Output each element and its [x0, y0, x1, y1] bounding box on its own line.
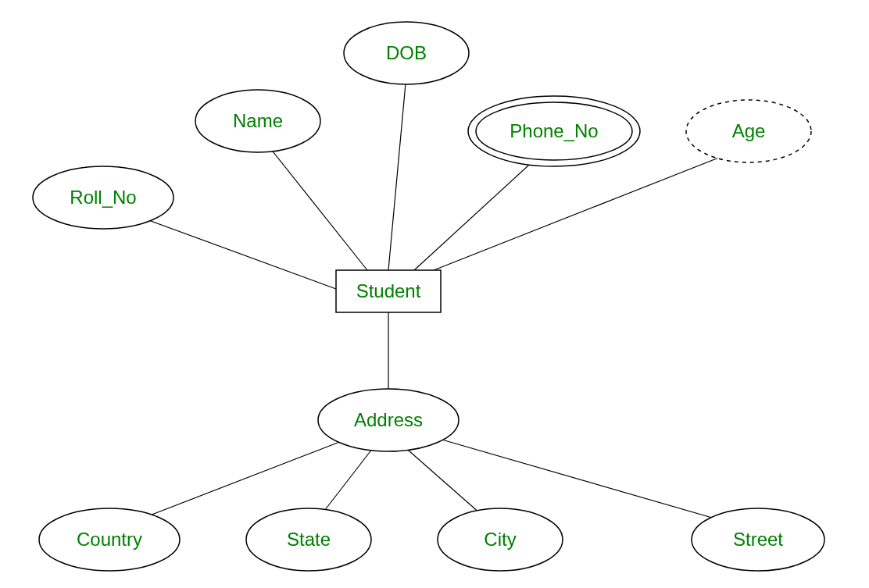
attr-city-label: City: [484, 529, 516, 550]
attr-dob-label: DOB: [386, 42, 427, 63]
attr-address-label: Address: [354, 409, 423, 430]
attr-phone: Phone_No: [468, 96, 640, 166]
attr-state: State: [246, 508, 371, 571]
edge-student-dob: [388, 75, 406, 270]
attr-country: Country: [39, 508, 180, 571]
edge-student-name: [258, 133, 367, 270]
attr-phone-label: Phone_No: [510, 120, 598, 141]
attr-dob: DOB: [344, 22, 469, 84]
attr-country-label: Country: [77, 529, 142, 550]
attr-city: City: [438, 508, 563, 571]
attr-street-label: Street: [733, 529, 783, 550]
attr-name-label: Name: [233, 110, 283, 131]
attr-age-label: Age: [732, 120, 766, 141]
attr-street: Street: [692, 508, 824, 571]
entity-student-label: Student: [356, 280, 421, 301]
attr-state-label: State: [287, 529, 331, 550]
entity-student: Student: [336, 270, 441, 312]
attr-address: Address: [318, 389, 459, 451]
er-diagram: Student DOB Name Phone_No Age Roll_No Ad…: [0, 0, 869, 588]
attr-roll: Roll_No: [33, 166, 173, 229]
attr-roll-label: Roll_No: [70, 187, 136, 208]
attr-age: Age: [686, 100, 811, 162]
attr-name: Name: [195, 90, 320, 152]
